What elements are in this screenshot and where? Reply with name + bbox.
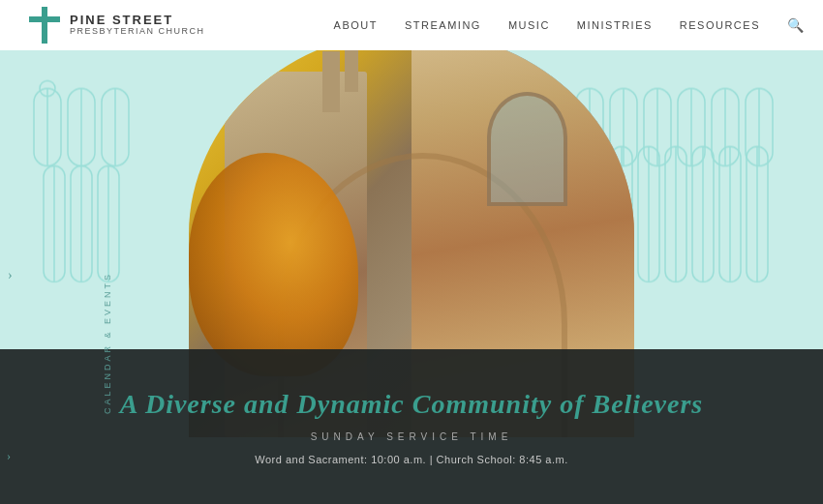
svg-rect-19 [746,89,773,166]
logo: PINE STREET PRESBYTERIAN CHURCH [29,7,205,44]
nav-ministries[interactable]: MINISTRIES [577,19,653,31]
logo-title: PINE STREET [70,14,205,27]
header: PINE STREET PRESBYTERIAN CHURCH ABOUT ST… [0,0,823,50]
headline-italic: of [560,389,584,419]
svg-rect-17 [712,89,739,166]
svg-rect-0 [42,7,47,44]
svg-rect-33 [665,147,686,282]
svg-rect-15 [678,89,705,166]
headline-text-2: Believers [584,389,703,419]
svg-point-4 [40,81,55,97]
calendar-arrow[interactable]: › [0,447,17,464]
calendar-events-label: CALENDAR & EVENTS [103,272,112,414]
calendar-expand-arrow[interactable]: › [8,268,13,283]
main-headline: A Diverse and Dynamic Community of Belie… [120,389,703,420]
service-time: Word and Sacrament: 10:00 a.m. | Church … [255,454,567,465]
svg-rect-23 [71,166,92,282]
svg-rect-37 [719,147,741,282]
logo-subtitle: PRESBYTERIAN CHURCH [70,27,205,37]
svg-rect-25 [98,166,119,282]
svg-rect-5 [68,89,95,166]
navigation: ABOUT STREAMING MUSIC MINISTRIES RESOURC… [334,17,804,34]
svg-rect-1 [29,16,60,22]
service-label: SUNDAY SERVICE TIME [311,431,513,442]
nav-music[interactable]: MUSIC [508,19,550,31]
svg-rect-39 [747,147,768,282]
nav-resources[interactable]: RESOURCES [680,19,760,31]
svg-rect-7 [102,89,129,166]
nav-streaming[interactable]: STREAMING [405,19,481,31]
svg-rect-21 [44,166,65,282]
hero-section: › CALENDAR & EVENTS › A Diverse and Dyna… [0,50,823,504]
headline-text-1: A Diverse and Dynamic Community [120,389,560,419]
logo-text: PINE STREET PRESBYTERIAN CHURCH [70,14,205,37]
svg-rect-2 [34,89,61,166]
cross-icon [29,7,60,44]
calendar-events-tab[interactable]: CALENDAR & EVENTS [97,272,114,414]
svg-rect-13 [644,89,671,166]
svg-rect-31 [638,147,659,282]
bottom-section: A Diverse and Dynamic Community of Belie… [0,349,823,504]
search-icon[interactable]: 🔍 [787,17,804,34]
nav-about[interactable]: ABOUT [334,19,378,31]
svg-rect-35 [692,147,714,282]
